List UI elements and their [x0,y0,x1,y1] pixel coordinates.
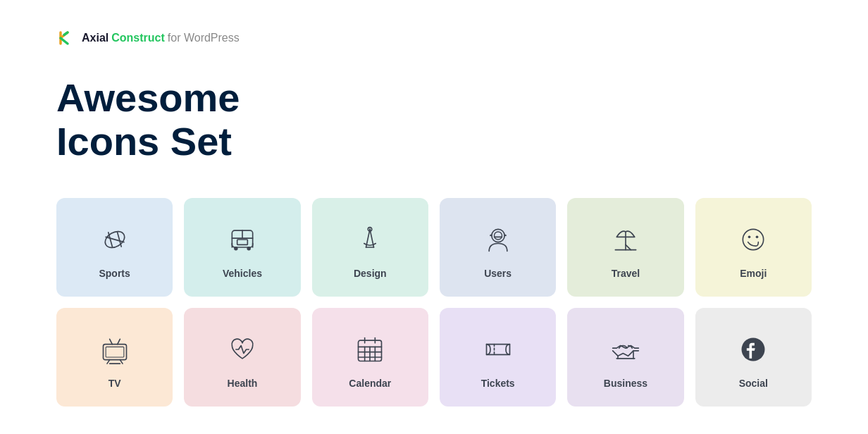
logo-axial: Axial [82,32,108,44]
vehicles-icon [225,223,259,256]
users-label: Users [484,268,512,279]
svg-point-15 [494,232,502,240]
sports-icon [98,223,132,256]
heading-line2: Icons Set [56,120,812,163]
calendar-label: Calendar [349,378,391,389]
logo-text: Axial Construct for WordPress [82,32,240,44]
card-users[interactable]: Users [440,198,556,297]
page-container: Axial Construct for WordPress Awesome Ic… [0,0,868,434]
svg-line-28 [117,340,120,345]
health-icon [225,333,259,366]
svg-line-1 [106,237,124,242]
vehicles-label: Vehicles [223,268,262,279]
svg-point-20 [743,230,764,250]
svg-point-8 [247,247,251,251]
card-tickets[interactable]: Tickets [440,308,556,407]
card-calendar[interactable]: Calendar [312,308,428,407]
svg-point-21 [748,236,751,239]
card-travel[interactable]: Travel [567,198,683,297]
svg-point-7 [234,247,238,251]
svg-line-19 [626,245,631,250]
travel-label: Travel [612,268,640,279]
main-heading: Awesome Icons Set [56,76,812,163]
travel-icon [609,223,643,256]
logo-area: Axial Construct for WordPress [56,28,812,48]
health-label: Health [228,378,258,389]
tickets-icon [481,333,515,366]
handshake-icon [609,333,643,366]
card-sports[interactable]: Sports [56,198,173,297]
svg-rect-11 [237,240,248,244]
emoji-label: Emoji [740,268,767,279]
card-design[interactable]: Design [312,198,428,297]
logo-wordpress: for WordPress [168,32,240,44]
card-vehicles[interactable]: Vehicles [184,198,300,297]
tickets-label: Tickets [481,378,515,389]
logo-construct: Construct [111,32,165,44]
design-label: Design [354,268,387,279]
card-business[interactable]: Business [567,308,683,407]
design-icon [353,223,387,256]
tv-label: TV [108,378,121,389]
icon-grid-row1: Sports Vehicles [56,198,812,297]
facebook-icon [736,333,770,366]
calendar-icon [353,333,387,366]
emoji-icon [736,223,770,256]
card-social[interactable]: Social [695,308,812,407]
svg-point-22 [756,236,759,239]
svg-point-14 [491,230,504,242]
icon-grid-row2: TV Health [56,308,812,407]
users-icon [481,223,515,256]
heading-line1: Awesome [56,76,812,120]
svg-line-27 [109,340,112,345]
social-label: Social [739,378,768,389]
business-label: Business [604,378,647,389]
tv-icon [98,333,132,366]
card-tv[interactable]: TV [56,308,173,407]
axial-logo-icon [56,28,76,48]
svg-rect-29 [106,347,124,358]
sports-label: Sports [99,268,130,279]
card-health[interactable]: Health [184,308,300,407]
card-emoji[interactable]: Emoji [695,198,812,297]
